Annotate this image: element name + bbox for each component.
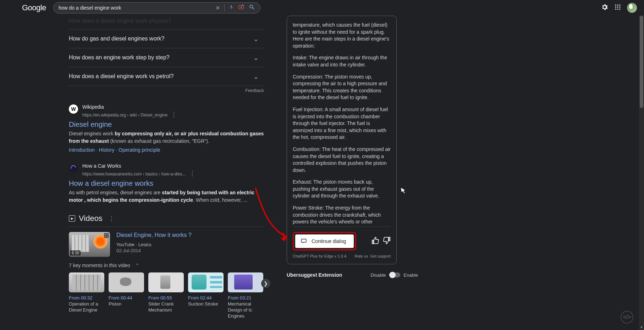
- videos-title: Videos: [79, 214, 103, 223]
- chatgpt-side-panel: temperature, which causes the fuel (dies…: [287, 16, 397, 264]
- chatgpt-response: temperature, which causes the fuel (dies…: [293, 22, 391, 227]
- result-howacarworks: How a Car Works https://www.howacarworks…: [69, 163, 264, 204]
- result-title-link[interactable]: Diesel engine: [69, 120, 112, 129]
- moment-thumbnail: [228, 272, 263, 292]
- paa-question-text: How does an engine work step by step?: [69, 54, 170, 61]
- chevron-up-icon: ⌄: [135, 263, 139, 268]
- apps-icon[interactable]: [614, 4, 621, 12]
- continue-highlight: Continue dialog: [293, 232, 356, 250]
- thumbs-up-icon[interactable]: [371, 237, 379, 246]
- ubersuggest-row: Ubersuggest Extension Disable Enable: [287, 272, 418, 278]
- play-icon: ▶: [69, 215, 75, 222]
- video-date: 02-Jul-2014: [116, 248, 192, 253]
- settings-icon[interactable]: [601, 3, 609, 13]
- more-icon[interactable]: ⋮: [106, 215, 117, 222]
- lens-icon[interactable]: [238, 4, 244, 12]
- video-main: ⛶ 6:20 Diesel Engine, How it works ? You…: [69, 232, 264, 257]
- clear-icon[interactable]: ✕: [215, 5, 220, 11]
- result-source: How a Car Works: [82, 163, 264, 169]
- search-input[interactable]: [59, 5, 215, 11]
- sitelink[interactable]: Operating principle: [119, 147, 160, 153]
- continue-dialog-button[interactable]: Continue dialog: [295, 234, 354, 248]
- toggle-switch[interactable]: [390, 272, 400, 277]
- moment-thumbnail: [148, 272, 184, 292]
- result-source: Wikipedia: [82, 104, 264, 110]
- more-icon[interactable]: ⋮: [169, 110, 179, 118]
- feedback-thumbs: [371, 237, 391, 246]
- scroll-thumb[interactable]: [640, 16, 643, 108]
- moment-timestamp: From 00:55: [148, 295, 184, 301]
- favicon-icon: [69, 163, 78, 173]
- result-wikipedia: W Wikipedia https://en.wikipedia.org › w…: [69, 104, 264, 153]
- side-footer: ChatGPT Plus for Edge v 1.0.4 Rate us Ge…: [293, 254, 391, 258]
- paa-item[interactable]: How do gas and diesel engines work? ⌄: [69, 29, 264, 48]
- search-icons: ✕: [215, 4, 255, 12]
- result-snippet: Diesel engines work by compressing only …: [69, 130, 264, 145]
- moment-thumbnail: [109, 272, 144, 292]
- search-bar[interactable]: ✕: [53, 2, 260, 13]
- continue-label: Continue dialog: [312, 238, 346, 244]
- code-extension-icon[interactable]: </>: [621, 311, 633, 324]
- moment-title: Slider Crank Mechanism: [148, 301, 184, 313]
- sitelink[interactable]: History: [99, 147, 115, 153]
- result-url: https://www.howacarworks.com › basics › …: [82, 169, 264, 177]
- svg-point-7: [617, 6, 618, 7]
- video-title-link[interactable]: Diesel Engine, How it works ?: [116, 232, 192, 238]
- svg-point-4: [617, 4, 618, 5]
- moment-item[interactable]: From 03:21 Mechanical Design of Ic Engin…: [228, 272, 263, 319]
- paa-item-cutoff[interactable]: How does a diesel engine work physics?: [69, 16, 264, 29]
- moment-timestamp: From 00:44: [109, 295, 144, 301]
- version-label: ChatGPT Plus for Edge v 1.0.4: [293, 254, 346, 258]
- moment-item[interactable]: From 00:44 Piston: [109, 272, 144, 319]
- svg-point-5: [619, 4, 620, 5]
- more-icon[interactable]: ⋮: [187, 169, 198, 177]
- thumbs-down-icon[interactable]: [383, 237, 391, 246]
- header: Google ✕: [0, 0, 644, 16]
- svg-point-9: [615, 9, 616, 10]
- svg-point-10: [617, 9, 618, 10]
- moment-item[interactable]: From 00:32 Operation of a Diesel Engine: [69, 272, 104, 319]
- svg-rect-2: [242, 5, 243, 5]
- disable-label: Disable: [370, 272, 386, 278]
- scrollbar[interactable]: ▲ ▼: [639, 0, 644, 330]
- paa-item[interactable]: How does a diesel engine work vs petrol?…: [69, 67, 264, 86]
- chevron-down-icon: ⌄: [253, 53, 259, 62]
- google-logo[interactable]: Google: [22, 3, 46, 12]
- video-thumbnail[interactable]: ⛶ 6:20: [69, 232, 110, 257]
- key-moments-toggle[interactable]: 7 key moments in this video ⌄: [69, 263, 264, 268]
- moment-item[interactable]: From 02:44 Suction Stroke: [188, 272, 224, 319]
- divider: [224, 4, 225, 11]
- header-right: [601, 3, 637, 13]
- voice-search-icon[interactable]: [229, 4, 234, 12]
- paa-item[interactable]: How does an engine work step by step? ⌄: [69, 48, 264, 67]
- scroll-down-icon[interactable]: ▼: [639, 325, 644, 330]
- key-moments-label: 7 key moments in this video: [69, 263, 130, 268]
- result-snippet: As with petrol engines, diesel engines a…: [69, 189, 264, 204]
- chevron-down-icon: ⌄: [253, 34, 259, 43]
- support-link[interactable]: Get support: [370, 254, 391, 258]
- key-moments-row: From 00:32 Operation of a Diesel Engine …: [69, 272, 264, 319]
- svg-point-6: [615, 6, 616, 7]
- ubersuggest-title: Ubersuggest Extension: [287, 272, 342, 278]
- svg-point-8: [619, 6, 620, 7]
- result-title-link[interactable]: How a diesel engine works: [69, 179, 153, 188]
- paa-question-text: How do gas and diesel engines work?: [69, 36, 165, 42]
- moment-title: Suction Stroke: [188, 301, 224, 307]
- video-meta: YouTube · Lesics: [116, 242, 192, 247]
- avatar[interactable]: [627, 3, 637, 13]
- feedback-link[interactable]: Feedback: [69, 88, 264, 93]
- side-actions: Continue dialog: [293, 227, 391, 250]
- next-arrow-button[interactable]: ❯: [261, 279, 270, 288]
- moment-timestamp: From 03:21: [228, 295, 263, 301]
- moment-timestamp: From 02:44: [188, 295, 224, 301]
- moment-thumbnail: [69, 272, 104, 292]
- search-icon[interactable]: [249, 4, 255, 12]
- results-column: How does a diesel engine work physics? H…: [69, 16, 264, 319]
- rate-link[interactable]: Rate us: [354, 254, 368, 258]
- paa-question-text: How does a diesel engine work physics?: [69, 18, 171, 24]
- sitelink[interactable]: Introduction: [69, 147, 95, 153]
- moment-thumbnail: [188, 272, 224, 292]
- moment-title: Piston: [109, 301, 144, 307]
- moment-item[interactable]: From 00:55 Slider Crank Mechanism: [148, 272, 184, 319]
- paa-question-text: How does a diesel engine work vs petrol?: [69, 73, 174, 80]
